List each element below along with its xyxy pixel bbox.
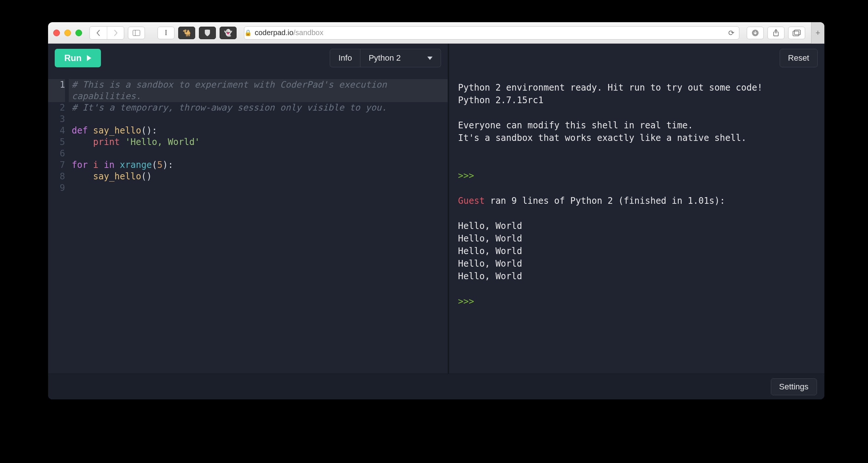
back-button[interactable] [90, 27, 107, 39]
coderpad-app: Run Info Python 2 [48, 44, 824, 399]
info-button[interactable]: Info [330, 49, 360, 67]
svg-rect-5 [794, 30, 800, 35]
footer: Settings [48, 374, 824, 399]
extension-camel-icon[interactable]: 🐪 [178, 27, 195, 39]
console-pane: Reset Python 2 environment ready. Hit ru… [449, 44, 824, 374]
play-icon [87, 55, 91, 61]
chevron-down-icon [427, 57, 433, 60]
minimize-window-button[interactable] [64, 30, 71, 36]
lock-icon: 🔒 [244, 29, 252, 36]
share-button[interactable] [767, 27, 784, 39]
browser-chrome: I 🐪 👻 🔒 coderpad.io/sandbox ⟳ [48, 22, 824, 44]
reset-button[interactable]: Reset [780, 49, 818, 67]
url-path: /sandbox [294, 28, 323, 37]
address-bar[interactable]: 🔒 coderpad.io/sandbox ⟳ [244, 26, 739, 40]
nav-buttons [89, 26, 124, 40]
panes: Run Info Python 2 [48, 44, 824, 374]
reload-button[interactable]: ⟳ [728, 28, 739, 37]
zoom-window-button[interactable] [75, 30, 82, 36]
reader-mode-button[interactable]: I [157, 27, 174, 39]
code-area[interactable]: # This is a sandbox to experiment with C… [69, 72, 448, 374]
editor-toolbar: Run Info Python 2 [48, 44, 448, 72]
language-select[interactable]: Python 2 [360, 49, 441, 67]
run-label: Run [64, 53, 82, 63]
new-tab-button[interactable]: + [811, 22, 824, 44]
right-toolbar [747, 27, 805, 39]
console-output[interactable]: Python 2 environment ready. Hit run to t… [449, 72, 824, 374]
tabs-button[interactable] [788, 27, 805, 39]
extension-ghostery-icon[interactable]: 👻 [220, 27, 237, 39]
console-toolbar: Reset [449, 44, 824, 72]
line-gutter: 1 23456789 [48, 72, 69, 374]
run-button[interactable]: Run [55, 49, 101, 67]
close-window-button[interactable] [53, 30, 60, 36]
browser-window: I 🐪 👻 🔒 coderpad.io/sandbox ⟳ [48, 22, 824, 399]
downloads-button[interactable] [747, 27, 764, 39]
forward-button[interactable] [107, 27, 124, 39]
window-controls [53, 30, 82, 36]
svg-rect-4 [793, 31, 799, 36]
settings-button[interactable]: Settings [771, 378, 817, 395]
svg-rect-0 [133, 30, 140, 36]
sidebar-toggle-button[interactable] [128, 27, 145, 39]
code-editor[interactable]: 1 23456789 # This is a sandbox to experi… [48, 72, 448, 374]
editor-pane: Run Info Python 2 [48, 44, 449, 374]
extension-ublock-icon[interactable] [199, 27, 216, 39]
language-label: Python 2 [369, 53, 401, 63]
url-host: coderpad.io [255, 28, 294, 37]
info-language-group: Info Python 2 [330, 49, 441, 67]
